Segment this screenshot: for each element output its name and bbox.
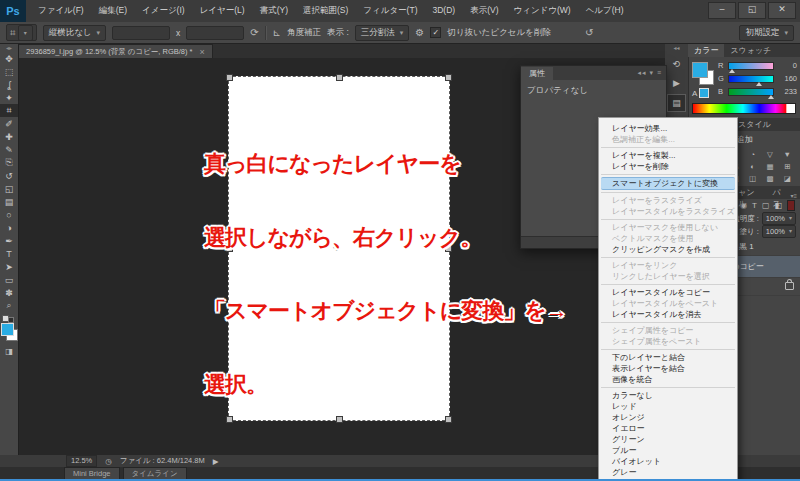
menu-bar-item[interactable]: 3D(D) [430, 3, 457, 19]
adjustment-icon[interactable]: ▩ [761, 173, 778, 184]
crop-height-input[interactable] [186, 26, 244, 40]
fill-dropdown[interactable]: 100% ▾ [762, 225, 796, 238]
slider-handle[interactable] [756, 82, 762, 86]
context-menu-item[interactable]: シェイプ属性をコピー [599, 325, 737, 336]
type-tool[interactable]: T [0, 247, 18, 260]
history-brush-tool[interactable]: ↺ [0, 169, 18, 182]
slider-track[interactable] [728, 62, 774, 70]
context-menu-item[interactable]: リンクしたレイヤーを選択 [599, 271, 737, 282]
reset-icon[interactable]: ↺ [585, 27, 593, 38]
panel-tab[interactable]: パス [766, 186, 790, 199]
adjustment-icon[interactable]: ◫ [744, 173, 761, 184]
adjustment-icon[interactable]: ▦ [761, 161, 778, 172]
context-menu-item[interactable]: スマートオブジェクトに変換 [601, 177, 735, 190]
restore-button[interactable]: ◱ [738, 2, 766, 19]
context-menu-item[interactable]: レイヤーを削除 [599, 161, 737, 172]
context-menu-item[interactable] [599, 347, 737, 352]
zoom-level-field[interactable]: 12.5% [66, 455, 97, 467]
context-menu-item[interactable]: オレンジ [599, 412, 737, 423]
healing-brush-tool[interactable]: ✚ [0, 130, 18, 143]
gear-icon[interactable]: ⚙ [415, 27, 424, 38]
layer-filter-icon[interactable]: ◧ [774, 201, 782, 210]
quick-select-tool[interactable]: ✦ [0, 91, 18, 104]
adjustment-icon[interactable]: ▼ [779, 149, 796, 160]
adjustment-icon[interactable]: ◐ [744, 161, 761, 172]
menu-bar-item[interactable]: 編集(E) [97, 3, 129, 19]
history-panel-icon[interactable]: ⟲ [668, 56, 685, 72]
rotate-crop-icon[interactable]: ⟳ [250, 27, 258, 38]
marquee-tool[interactable]: ⬚ [0, 65, 18, 78]
crop-width-input[interactable] [112, 26, 170, 40]
toolbar-collapse-icon[interactable]: ◂▸ [0, 44, 18, 52]
context-menu-item[interactable]: レイヤースタイルをラスタライズ [599, 206, 737, 217]
context-menu-item[interactable]: レイヤースタイルをコピー [599, 287, 737, 298]
menu-bar-item[interactable]: ウィンドウ(W) [511, 3, 572, 19]
eyedropper-tool[interactable]: ✐ [0, 117, 18, 130]
quick-mask-icon[interactable]: ◨ [0, 345, 18, 357]
strip-collapse-icon[interactable]: ◂◂ [665, 44, 688, 53]
menu-bar-item[interactable]: ファイル(F) [36, 3, 86, 19]
crop-handle[interactable] [226, 74, 233, 81]
crop-tool[interactable]: ⌗ [0, 104, 18, 117]
minimize-button[interactable]: – [708, 2, 736, 19]
gradient-tool[interactable]: ▤ [0, 195, 18, 208]
context-menu-item[interactable]: バイオレット [599, 456, 737, 467]
adjustment-icon[interactable]: ▽ [761, 149, 778, 160]
menu-bar-item[interactable]: フィルター(T) [361, 3, 419, 19]
context-menu-item[interactable]: レイヤー効果... [599, 123, 737, 134]
menu-bar-item[interactable]: 選択範囲(S) [301, 3, 350, 19]
context-menu-item[interactable]: 表示レイヤーを結合 [599, 363, 737, 374]
context-menu-item[interactable]: レッド [599, 401, 737, 412]
shape-tool[interactable]: ▭ [0, 273, 18, 286]
context-menu-item[interactable] [599, 320, 737, 325]
mini-bridge-button[interactable]: Mini Bridge [64, 467, 120, 479]
context-menu-item[interactable] [599, 255, 737, 260]
layer-filter-icon[interactable]: ◉ [740, 201, 747, 210]
pen-tool[interactable]: ✒ [0, 234, 18, 247]
filter-toggle-chip[interactable] [787, 200, 795, 211]
workspace-switcher[interactable]: 初期設定 ▾ [739, 25, 794, 41]
layer-filter-icon[interactable]: T [752, 201, 757, 210]
clone-stamp-tool[interactable]: ⎘ [0, 156, 18, 169]
menu-bar-item[interactable]: ヘルプ(H) [584, 3, 626, 19]
context-menu-item[interactable] [599, 145, 737, 150]
context-menu-item[interactable]: シェイプ属性をペースト [599, 336, 737, 347]
delete-cropped-pixels-checkbox[interactable]: ✓ [430, 27, 441, 38]
foreground-color-swatch[interactable] [1, 323, 14, 336]
crop-handle[interactable] [336, 74, 343, 81]
context-menu-item[interactable]: グリーン [599, 434, 737, 445]
context-menu-item[interactable]: カラーなし [599, 390, 737, 401]
menu-bar-item[interactable]: レイヤー(L) [198, 3, 247, 19]
context-menu-item[interactable] [599, 217, 737, 222]
panel-menu-icon[interactable]: ▾≡ [790, 192, 800, 199]
context-menu-item[interactable]: 色調補正を編集... [599, 134, 737, 145]
eraser-tool[interactable]: ◱ [0, 182, 18, 195]
context-menu-item[interactable]: イエロー [599, 423, 737, 434]
context-menu-item[interactable]: レイヤースタイルをペースト [599, 298, 737, 309]
move-tool[interactable]: ✥ [0, 52, 18, 65]
menu-bar-item[interactable]: イメージ(I) [140, 3, 187, 19]
brush-tool[interactable]: ✎ [0, 143, 18, 156]
crop-handle[interactable] [445, 74, 452, 81]
context-menu-item[interactable]: レイヤーを複製... [599, 150, 737, 161]
actions-panel-icon[interactable]: ▶ [668, 75, 685, 91]
menu-bar-item[interactable]: 表示(V) [468, 3, 500, 19]
close-button[interactable]: ✕ [768, 2, 796, 19]
color-spectrum-bar[interactable] [692, 103, 796, 114]
close-icon[interactable]: × [200, 47, 205, 57]
context-menu-item[interactable]: レイヤースタイルを消去 [599, 309, 737, 320]
blur-tool[interactable]: ○ [0, 208, 18, 221]
context-menu-item[interactable] [599, 282, 737, 287]
opacity-dropdown[interactable]: 100% ▾ [762, 212, 796, 225]
context-menu-item[interactable]: クリッピングマスクを作成 [599, 244, 737, 255]
adjustment-icon[interactable]: ◪ [779, 173, 796, 184]
adjustment-icon[interactable]: ⊞ [779, 161, 796, 172]
foreground-color-swatch[interactable] [692, 62, 708, 78]
context-menu-item[interactable]: 画像を統合 [599, 374, 737, 385]
overlay-dropdown[interactable]: 三分割法 ▾ [355, 25, 410, 41]
slider-handle[interactable] [729, 69, 735, 73]
context-menu-item[interactable]: レイヤーマスクを使用しない [599, 222, 737, 233]
collapse-icon[interactable]: ◂◂ [637, 69, 646, 76]
context-menu-item[interactable] [599, 190, 737, 195]
adjustment-icon[interactable]: ◔ [744, 149, 761, 160]
